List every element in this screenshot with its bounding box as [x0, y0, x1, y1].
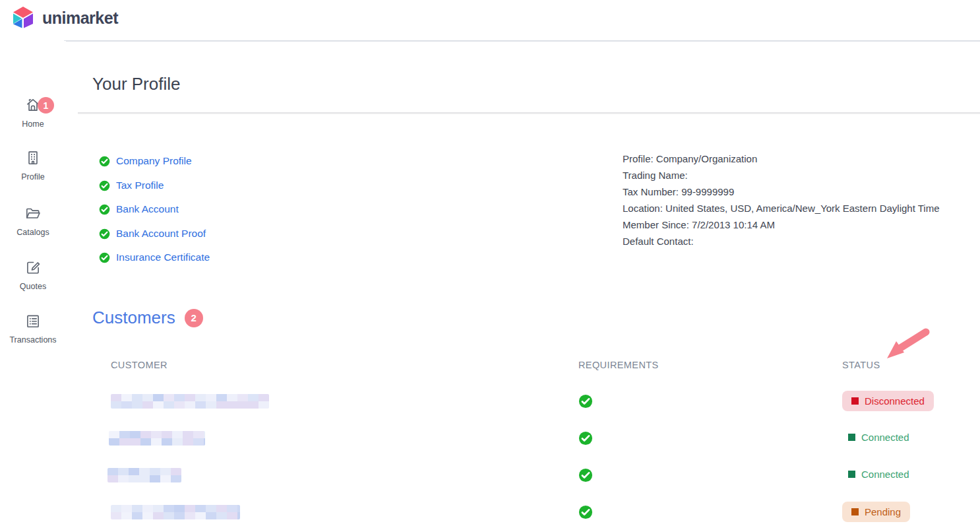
status-label: Connected	[861, 469, 909, 480]
status-label: Connected	[861, 432, 909, 443]
status-label: Disconnected	[865, 395, 925, 407]
status-badge: Pending	[842, 502, 910, 522]
status-square-icon	[851, 508, 859, 515]
requirements-met-icon	[578, 431, 593, 446]
sidebar-item-quotes[interactable]: Quotes	[0, 259, 66, 291]
list-icon	[24, 312, 42, 329]
status-label: Pending	[865, 506, 901, 517]
sidebar: 1 Home Profile	[0, 41, 66, 530]
customers-heading: Customers	[92, 308, 175, 328]
status-square-icon	[848, 434, 855, 441]
column-header-customer: CUSTOMER	[111, 360, 168, 370]
folder-open-icon	[24, 205, 42, 222]
table-row[interactable]: Connected	[0, 423, 980, 453]
pencil-edit-icon	[24, 259, 42, 276]
check-circle-icon	[99, 180, 110, 191]
sidebar-item-profile[interactable]: Profile	[0, 149, 66, 182]
requirements-met-icon	[578, 394, 593, 409]
checklist-link-label: Insurance Certificate	[116, 251, 210, 263]
customer-name-redacted	[111, 394, 269, 409]
section-divider	[78, 112, 980, 114]
location-line: Location: United States, USD, America/Ne…	[623, 200, 940, 216]
check-circle-icon	[99, 156, 110, 167]
table-row[interactable]: Connected	[0, 460, 980, 490]
requirements-met-icon	[578, 468, 593, 482]
sidebar-item-transactions[interactable]: Transactions	[0, 312, 66, 345]
sidebar-item-catalogs[interactable]: Catalogs	[0, 205, 66, 237]
profile-summary: Profile: Company/Organization Trading Na…	[623, 150, 940, 249]
checklist-link-label: Bank Account	[116, 203, 179, 215]
status-badge: Connected	[848, 432, 909, 443]
customer-name-redacted	[107, 468, 181, 482]
default-contact-line: Default Contact:	[623, 233, 940, 249]
app-window: unimarket 1 Home	[0, 0, 980, 530]
table-row[interactable]: Pending	[0, 497, 980, 527]
member-since-line: Member Since: 7/2/2013 10:14 AM	[623, 216, 940, 233]
customer-name-redacted	[109, 431, 205, 446]
link-company-profile[interactable]: Company Profile	[99, 153, 192, 169]
status-square-icon	[851, 397, 859, 405]
customer-name-redacted	[111, 505, 240, 519]
top-header: unimarket	[0, 0, 980, 41]
status-square-icon	[848, 471, 855, 478]
trading-name-line: Trading Name:	[623, 167, 940, 183]
sidebar-item-label: Profile	[0, 172, 66, 182]
sidebar-item-label: Quotes	[0, 282, 66, 291]
checklist-link-label: Bank Account Proof	[116, 228, 206, 240]
sidebar-item-label: Home	[0, 119, 66, 129]
check-circle-icon	[99, 252, 110, 263]
checklist-link-label: Tax Profile	[116, 180, 164, 191]
check-circle-icon	[99, 204, 110, 215]
status-badge: Disconnected	[842, 391, 934, 411]
sidebar-item-label: Catalogs	[0, 228, 66, 237]
profile-type-line: Profile: Company/Organization	[623, 150, 940, 167]
check-circle-icon	[99, 228, 110, 240]
checklist-link-label: Company Profile	[116, 155, 192, 167]
home-notification-badge: 1	[38, 97, 54, 114]
building-icon	[24, 149, 42, 166]
requirements-met-icon	[578, 505, 593, 519]
tax-number-line: Tax Number: 99-9999999	[623, 183, 940, 200]
sidebar-item-label: Transactions	[0, 335, 66, 345]
brand-name: unimarket	[42, 9, 118, 28]
link-bank-account-proof[interactable]: Bank Account Proof	[99, 226, 206, 242]
unimarket-cube-icon	[11, 6, 36, 30]
column-header-status: STATUS	[842, 360, 880, 370]
brand-logo[interactable]: unimarket	[11, 6, 118, 30]
sidebar-item-home[interactable]: 1 Home	[0, 96, 66, 129]
link-tax-profile[interactable]: Tax Profile	[99, 178, 164, 193]
link-bank-account[interactable]: Bank Account	[99, 201, 179, 217]
customers-annotation-badge: 2	[185, 309, 203, 327]
column-header-requirements: REQUIREMENTS	[578, 360, 659, 370]
annotation-arrow-icon	[881, 327, 934, 362]
table-row[interactable]: Disconnected	[0, 386, 980, 416]
link-insurance-certificate[interactable]: Insurance Certificate	[99, 249, 210, 265]
page-title: Your Profile	[92, 74, 180, 94]
header-divider	[64, 40, 980, 42]
customers-heading-row: Customers 2	[92, 308, 203, 328]
status-badge: Connected	[848, 469, 909, 480]
